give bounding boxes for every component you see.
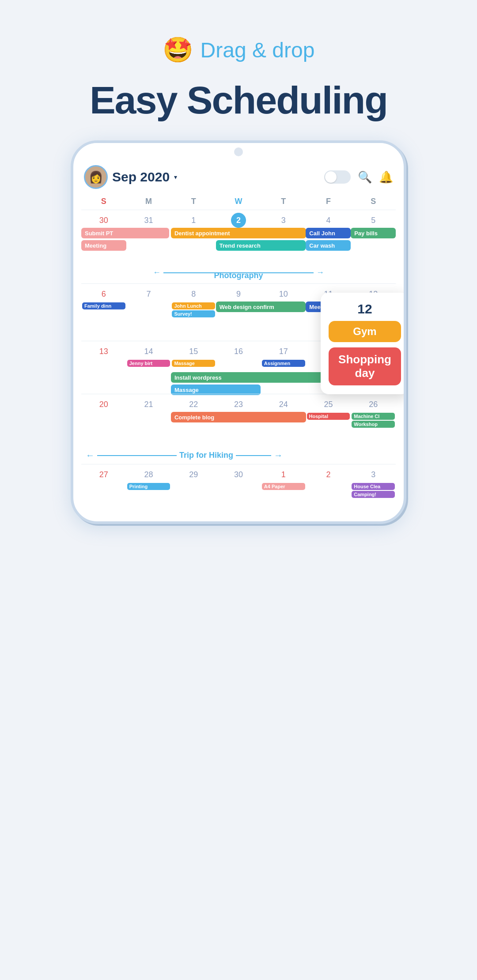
workshop-event[interactable]: Workshop bbox=[352, 421, 395, 428]
gym-event[interactable]: Gym bbox=[329, 321, 401, 342]
day-num-2: 2 bbox=[231, 213, 246, 228]
day-14-events: Jenny birt bbox=[126, 360, 171, 367]
day-cell-oct2: 2 bbox=[306, 464, 351, 513]
top-section: 🤩 Drag & drop Easy Scheduling bbox=[90, 0, 387, 140]
day-cell-10: 10 bbox=[261, 284, 306, 341]
family-dinn-event[interactable]: Family dinn bbox=[82, 302, 125, 309]
week-row-1: 30 31 1 2 3 4 5 Su bbox=[81, 210, 396, 263]
day-num-9: 9 bbox=[231, 286, 246, 302]
printing-event[interactable]: Printing bbox=[127, 483, 170, 490]
car-wash-event[interactable]: Car wash bbox=[306, 240, 351, 251]
day-num-17: 17 bbox=[276, 344, 291, 359]
day-26-events: Machine Cl Workshop bbox=[351, 413, 396, 428]
survey-event[interactable]: Survey! bbox=[172, 310, 215, 317]
day-num-4: 4 bbox=[321, 213, 336, 228]
day-cell-21: 21 bbox=[126, 394, 171, 447]
web-design-event[interactable]: Web design confirm bbox=[216, 302, 306, 312]
day-cell-13: 13 bbox=[81, 341, 126, 394]
day-num-10: 10 bbox=[276, 286, 291, 302]
dentist-event[interactable]: Dentist appointment bbox=[171, 228, 306, 238]
notch-circle bbox=[234, 147, 243, 156]
week-row-4: 20 21 22 23 24 25 Hospital 26 bbox=[81, 394, 396, 447]
house-clea-event[interactable]: House Clea bbox=[352, 483, 395, 490]
shopping-day-event[interactable]: Shopping day bbox=[329, 347, 401, 385]
day-oct3-events: House Clea Camping! bbox=[351, 483, 396, 498]
day-num-22: 22 bbox=[186, 397, 201, 412]
day-cell-30b: 30 bbox=[216, 464, 261, 513]
toggle-knob bbox=[325, 171, 337, 183]
day-15-events: Massage bbox=[171, 360, 216, 367]
day-num-oct3: 3 bbox=[366, 467, 381, 482]
popup-day-num: 12 bbox=[329, 302, 401, 317]
day-header-sat: S bbox=[351, 195, 396, 208]
submit-pt-event[interactable]: Submit PT bbox=[81, 228, 169, 238]
day-header-fri: F bbox=[306, 195, 351, 208]
photography-label: Photography bbox=[214, 271, 263, 280]
drag-drop-text: Drag & drop bbox=[201, 38, 315, 62]
day-num-8: 8 bbox=[186, 286, 201, 302]
avatar[interactable]: 👩 bbox=[84, 165, 108, 189]
complete-blog-event[interactable]: Complete blog bbox=[171, 412, 306, 422]
massage-event[interactable]: Massage bbox=[172, 360, 215, 367]
toggle-switch[interactable] bbox=[324, 170, 351, 184]
hiking-label: Trip for Hiking bbox=[179, 451, 233, 460]
day-cell-25: 25 Hospital bbox=[306, 394, 351, 447]
day-header-sun: S bbox=[81, 195, 126, 208]
day-num-29: 29 bbox=[186, 467, 201, 482]
day-num-28: 28 bbox=[141, 467, 156, 482]
drag-popup: 12 Gym Shopping day bbox=[321, 293, 406, 394]
day-oct1-events: A4 Paper bbox=[261, 483, 306, 490]
call-john-event[interactable]: Call John bbox=[306, 228, 351, 238]
pay-bills-event[interactable]: Pay bills bbox=[351, 228, 396, 238]
camping-event[interactable]: Camping! bbox=[352, 491, 395, 498]
day-cell-14: 14 Jenny birt bbox=[126, 341, 171, 394]
week-row-2: 6 Family dinn 7 8 John Lunch Survey! 9 1… bbox=[81, 283, 396, 341]
star-eyes-emoji: 🤩 bbox=[163, 35, 193, 64]
hospital-event[interactable]: Hospital bbox=[307, 413, 350, 420]
day-8-events: John Lunch Survey! bbox=[171, 302, 216, 317]
machine-cl-event[interactable]: Machine Cl bbox=[352, 413, 395, 420]
photography-row: ← → Photography bbox=[81, 263, 396, 279]
day-cell-28: 28 Printing bbox=[126, 464, 171, 513]
bell-icon[interactable]: 🔔 bbox=[379, 170, 393, 184]
search-icon[interactable]: 🔍 bbox=[358, 170, 372, 184]
day-headers: S M T W T F S bbox=[81, 195, 396, 208]
a4-paper-event[interactable]: A4 Paper bbox=[262, 483, 305, 490]
meeting-event[interactable]: Meeting bbox=[81, 240, 126, 251]
day-num-21: 21 bbox=[141, 397, 156, 412]
day-num-30b: 30 bbox=[231, 467, 246, 482]
day-num-16: 16 bbox=[231, 344, 246, 359]
dropdown-arrow-icon[interactable]: ▾ bbox=[174, 173, 177, 181]
day-cell-7: 7 bbox=[126, 284, 171, 341]
day-num-25: 25 bbox=[321, 397, 336, 412]
day-num-30: 30 bbox=[96, 213, 111, 228]
day-cell-oct1: 1 A4 Paper bbox=[261, 464, 306, 513]
day-num-1: 1 bbox=[186, 213, 201, 228]
phone-frame: 👩 Sep 2020 ▾ 🔍 🔔 S M T W T F S bbox=[71, 140, 406, 524]
day-cell-17: 17 Assignmen bbox=[261, 341, 306, 394]
month-title[interactable]: Sep 2020 bbox=[112, 170, 170, 185]
day-cell-26: 26 Machine Cl Workshop bbox=[351, 394, 396, 447]
calendar-app: 👩 Sep 2020 ▾ 🔍 🔔 S M T W T F S bbox=[73, 161, 404, 513]
trend-research-event[interactable]: Trend research bbox=[216, 240, 306, 251]
day-num-13: 13 bbox=[96, 344, 111, 359]
jenny-birt-event[interactable]: Jenny birt bbox=[127, 360, 170, 367]
day-cell-20: 20 bbox=[81, 394, 126, 447]
day-cell-9: 9 bbox=[216, 284, 261, 341]
day-num-27: 27 bbox=[96, 467, 111, 482]
easy-scheduling-title: Easy Scheduling bbox=[90, 78, 387, 123]
day-28-events: Printing bbox=[126, 483, 171, 490]
day-num-23: 23 bbox=[231, 397, 246, 412]
day-header-mon: M bbox=[126, 195, 171, 208]
cal-icons: 🔍 🔔 bbox=[324, 170, 393, 184]
day-num-7: 7 bbox=[141, 286, 156, 302]
day-num-31: 31 bbox=[141, 213, 156, 228]
calendar-header: 👩 Sep 2020 ▾ 🔍 🔔 bbox=[81, 161, 396, 195]
day-cell-29: 29 bbox=[171, 464, 216, 513]
day-num-3: 3 bbox=[276, 213, 291, 228]
day-cell-6: 6 Family dinn bbox=[81, 284, 126, 341]
john-lunch-event[interactable]: John Lunch bbox=[172, 302, 215, 309]
day-num-24: 24 bbox=[276, 397, 291, 412]
assignment-event[interactable]: Assignmen bbox=[262, 360, 305, 367]
day-cell-27: 27 bbox=[81, 464, 126, 513]
